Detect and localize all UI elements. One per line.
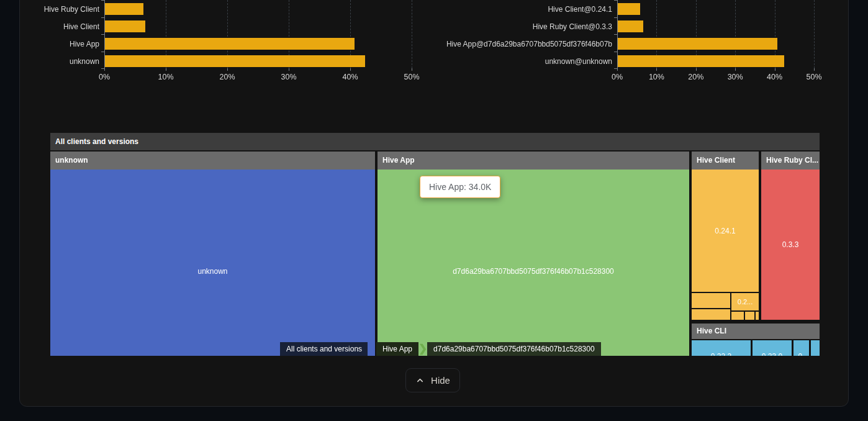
bar-unknown[interactable] [105,55,365,67]
x-tick-label: 50% [393,73,430,81]
hide-button-label: Hide [431,375,450,386]
x-gridline [814,0,815,68]
treemap-tile[interactable] [692,293,730,308]
x-axis-tick [775,68,775,71]
bar-hive-app-d7d6a29ba6707bbd5075df376f46b07b[interactable] [618,38,777,50]
category-axis-tick [101,0,104,1]
treemap-tile-hive-ruby-0-3-3[interactable]: 0.3.3 [761,170,820,320]
x-tick-label: 20% [677,73,715,81]
breadcrumb-item-hash[interactable]: d7d6a29ba6707bbd5075df376f46b07b1c528300 [427,342,601,356]
bar-hive-client[interactable] [105,20,145,32]
clients-bar-chart: 0%10%20%30%40%50%Hive Ruby ClientHive Cl… [0,0,434,87]
x-tick-label: 10% [638,73,675,81]
x-axis-tick [166,68,166,71]
treemap-section-hive-cli[interactable]: Hive CLI 0.22.2 0.23.0 0. [692,324,820,356]
category-axis-tick [101,52,104,52]
treemap-tile-unknown[interactable]: unknown [50,170,375,356]
treemap-tile-label: 0.3.3 [782,240,799,249]
treemap-tile-label: 0.23.0 [762,352,782,356]
category-label: Hive Client [0,22,99,31]
category-axis-tick [614,34,617,35]
x-tick-label: 50% [795,73,833,81]
x-axis-tick [227,68,228,71]
treemap-tile-label: unknown [197,267,227,276]
treemap-section-header[interactable]: Hive App [377,152,689,170]
bar-hive-app[interactable] [105,38,355,50]
x-tick-label: 0% [86,73,123,81]
treemap-tile[interactable] [731,312,744,320]
treemap-tile-label: 0.22.2 [711,352,731,356]
x-axis-tick [735,68,736,71]
treemap-tile-label: 0.24.1 [715,227,735,235]
client-versions-bar-chart: 0%10%20%30%40%50%Hive Client@0.24.1Hive … [434,0,868,87]
bar-hive-ruby-client[interactable] [105,3,143,15]
treemap-tile-hive-client-0-2[interactable]: 0.2... [731,293,759,310]
chevron-right-icon: ❯ [418,342,427,356]
category-label: Hive Client@0.24.1 [434,5,612,14]
x-tick-label: 40% [332,73,369,81]
x-axis-tick [350,68,351,71]
x-tick-label: 20% [209,73,246,81]
treemap-tile-label: d7d6a29ba6707bbd5075df376f46b07b1c528300 [453,267,614,276]
x-tick-label: 0% [599,73,636,81]
breadcrumb-item-hive-app[interactable]: Hive App [376,342,418,356]
category-label: Hive Ruby Client@0.3.3 [434,22,612,31]
clients-treemap: All clients and versions unknown unknown… [50,133,820,356]
category-axis-tick [101,34,104,35]
treemap-section-header[interactable]: Hive CLI [692,324,820,339]
category-axis-tick [614,52,617,52]
x-axis-tick [656,68,657,71]
x-axis-tick [289,68,289,71]
x-axis-tick [814,68,815,71]
x-tick-label: 40% [756,73,793,81]
category-axis-tick [614,0,617,1]
treemap-tile-hive-cli-small[interactable]: 0. [793,340,809,356]
x-tick-label: 30% [270,73,307,81]
category-label: unknown@unknown [434,57,612,66]
category-axis-tick [614,17,617,18]
treemap-breadcrumb: All clients and versions ❯ Hive App ❯ d7… [280,342,601,356]
bar-hive-ruby-client-0-3-3[interactable] [618,20,643,32]
treemap-tile[interactable] [756,312,759,320]
chevron-up-icon [415,376,425,385]
treemap-section-header[interactable]: Hive Client [692,152,759,170]
x-axis-tick [696,68,697,71]
x-axis-tick [412,68,412,71]
category-axis-tick [101,68,104,69]
treemap-tile-hive-cli-0-23-0[interactable]: 0.23.0 [753,340,792,356]
treemap-section-hive-ruby-client[interactable]: Hive Ruby Cl... 0.3.3 [761,152,820,320]
breadcrumb-item-all-clients[interactable]: All clients and versions [280,342,368,356]
x-gridline [412,0,412,68]
treemap-tile[interactable] [745,312,754,320]
x-tick-label: 30% [717,73,754,81]
treemap-tile-label: 0.2... [738,298,753,306]
hide-button[interactable]: Hide [405,368,460,392]
category-label: unknown [0,57,99,66]
treemap-root-header[interactable]: All clients and versions [50,133,820,150]
treemap-section-hive-client[interactable]: Hive Client 0.24.1 0.2... [692,152,759,320]
treemap-tile-hive-client-0-24-1[interactable]: 0.24.1 [692,170,759,292]
treemap-section-header[interactable]: Hive Ruby Cl... [761,152,820,170]
treemap-section-unknown[interactable]: unknown unknown [50,152,375,356]
treemap-tile-label: 0. [798,352,804,356]
category-label: Hive App@d7d6a29ba6707bbd5075df376f46b07… [434,40,612,48]
category-axis-tick [614,68,617,69]
category-label: Hive Ruby Client [0,5,99,14]
category-axis-tick [101,17,104,18]
x-tick-label: 10% [147,73,184,81]
bar-unknown-unknown[interactable] [618,55,784,67]
category-label: Hive App [0,40,99,48]
bar-hive-client-0-24-1[interactable] [618,3,640,15]
treemap-tile[interactable] [811,340,820,356]
chevron-right-icon: ❯ [368,342,376,356]
treemap-tile[interactable] [692,309,730,320]
treemap-tooltip: Hive App: 34.0K [420,176,500,198]
treemap-tile-hive-cli-0-22-2[interactable]: 0.22.2 [692,340,751,356]
treemap-section-header[interactable]: unknown [50,152,375,170]
